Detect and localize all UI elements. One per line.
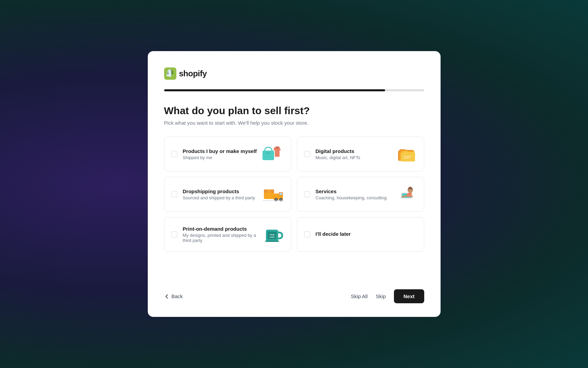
option-title-decide-later: I'll decide later (316, 231, 418, 237)
logo-area: shopify (164, 67, 424, 80)
option-title-digital-products: Digital products (316, 148, 391, 154)
option-digital-products[interactable]: Digital products Music, digital art, NFT… (297, 137, 424, 171)
svg-text:LOGO: LOGO (269, 236, 274, 238)
option-services[interactable]: Services Coaching, housekeeping, consult… (297, 177, 424, 212)
svg-rect-11 (280, 193, 282, 195)
svg-point-15 (280, 199, 282, 201)
option-content-dropshipping: Dropshipping products Sourced and shippe… (183, 188, 258, 200)
back-arrow-icon (164, 294, 170, 299)
option-title-services: Services (316, 188, 391, 194)
svg-rect-1 (263, 151, 274, 160)
shopify-logo-icon (164, 67, 176, 80)
next-button[interactable]: Next (394, 289, 424, 303)
svg-rect-4 (403, 158, 410, 158)
checkbox-print-on-demand[interactable] (171, 231, 177, 237)
checkbox-digital-products[interactable] (304, 151, 310, 157)
option-subtitle-dropshipping: Sourced and shipped by a third party (183, 195, 258, 200)
option-decide-later[interactable]: I'll decide later (297, 217, 424, 252)
option-print-on-demand[interactable]: Print-on-demand products My designs, pri… (164, 217, 291, 252)
option-subtitle-print-on-demand: My designs, printed and shipped by a thi… (183, 233, 258, 243)
option-subtitle-services: Coaching, housekeeping, consulting (316, 195, 391, 200)
option-image-services (394, 184, 418, 204)
svg-point-13 (275, 199, 277, 201)
svg-rect-22 (265, 241, 279, 242)
option-image-dropshipping (261, 184, 286, 204)
svg-text:YOUR: YOUR (269, 234, 274, 236)
option-subtitle-products-buy-make: Shipped by me (183, 155, 258, 160)
logo-text: shopify (179, 69, 207, 78)
checkbox-products-buy-make[interactable] (171, 151, 177, 157)
checkbox-dropshipping[interactable] (171, 191, 177, 197)
back-button[interactable]: Back (164, 293, 183, 299)
main-modal: shopify What do you plan to sell first? … (148, 51, 441, 317)
svg-rect-2 (266, 153, 271, 154)
option-dropshipping[interactable]: Dropshipping products Sourced and shippe… (164, 177, 291, 212)
checkbox-services[interactable] (304, 191, 310, 197)
progress-bar-fill (164, 89, 385, 91)
option-content-print-on-demand: Print-on-demand products My designs, pri… (183, 226, 258, 243)
footer-nav: Back Skip All Skip Next (164, 289, 424, 303)
options-grid: Products I buy or make myself Shipped by… (164, 137, 424, 252)
page-subtitle: Pick what you want to start with. We'll … (164, 120, 424, 126)
svg-rect-3 (403, 156, 412, 157)
option-content-products-buy-make: Products I buy or make myself Shipped by… (183, 148, 258, 160)
option-content-services: Services Coaching, housekeeping, consult… (316, 188, 391, 200)
option-content-decide-later: I'll decide later (316, 231, 418, 238)
option-subtitle-digital-products: Music, digital art, NFTs (316, 155, 391, 160)
skip-all-button[interactable]: Skip All (351, 293, 368, 299)
footer-right: Skip All Skip Next (351, 289, 424, 303)
option-title-products-buy-make: Products I buy or make myself (183, 148, 258, 154)
option-content-digital-products: Digital products Music, digital art, NFT… (316, 148, 391, 160)
skip-button[interactable]: Skip (376, 293, 386, 299)
progress-bar (164, 89, 424, 91)
checkbox-decide-later[interactable] (304, 231, 310, 237)
option-title-print-on-demand: Print-on-demand products (183, 226, 258, 232)
option-title-dropshipping: Dropshipping products (183, 188, 258, 194)
option-image-digital-products (394, 144, 418, 164)
option-products-buy-make[interactable]: Products I buy or make myself Shipped by… (164, 137, 291, 171)
option-image-print-on-demand: YOUR LOGO (261, 224, 286, 245)
page-title: What do you plan to sell first? (164, 105, 424, 117)
option-image-products-buy-make (261, 144, 286, 164)
